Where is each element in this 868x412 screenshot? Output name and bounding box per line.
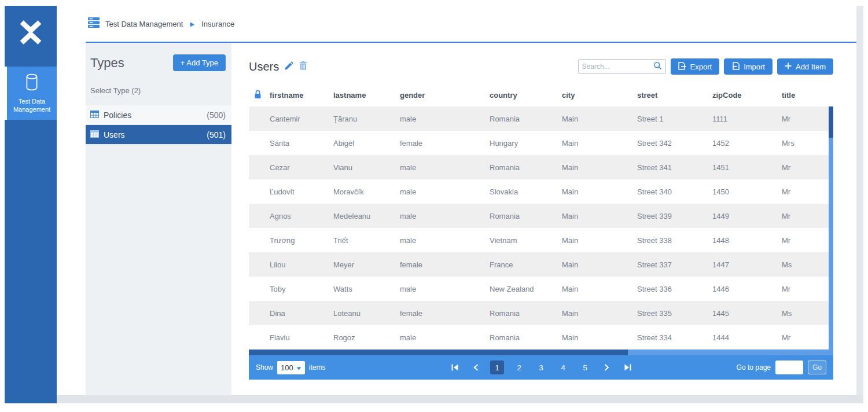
table-row[interactable]: ĽudovítMoravčíkmaleSlovakiaMainStreet 34…	[249, 179, 833, 204]
page-number[interactable]: 3	[534, 360, 548, 374]
horizontal-scrollbar-thumb[interactable]	[249, 350, 628, 355]
list-icon	[88, 17, 100, 30]
types-panel: Types + Add Type Select Type (2)	[86, 43, 231, 395]
table-cell: Street 339	[637, 212, 712, 220]
table-cell: female	[400, 260, 490, 269]
trash-icon[interactable]	[299, 61, 307, 72]
table-row[interactable]: DinaLoteanufemaleRomaniaMainStreet 33514…	[249, 301, 833, 325]
table-cell: 1450	[712, 187, 782, 196]
goto-page-input[interactable]	[775, 360, 803, 374]
type-row-users[interactable]: Users (501)	[86, 125, 231, 145]
app-sidebar: Test Data Management	[5, 6, 57, 403]
table-cell: France	[490, 260, 562, 269]
next-page-icon[interactable]	[600, 361, 613, 374]
prev-page-icon[interactable]	[469, 361, 482, 374]
search-input[interactable]	[582, 62, 653, 71]
column-header[interactable]: country	[490, 91, 562, 100]
column-header[interactable]: zipCode	[712, 91, 782, 100]
items-label: items	[309, 363, 326, 371]
type-name: Policies	[104, 111, 131, 120]
table-cell: Cantemir	[270, 115, 333, 123]
table-cell: 1448	[712, 236, 782, 245]
table-cell: Watts	[333, 285, 400, 293]
column-header[interactable]: street	[637, 91, 712, 100]
table-row[interactable]: LilouMeyerfemaleFranceMainStreet 3371447…	[249, 252, 833, 277]
app-window: Test Data Management Test Data Managemen…	[5, 6, 863, 403]
table-cell: Street 1	[637, 115, 712, 123]
main-panel: Users	[231, 43, 863, 395]
page-number[interactable]: 4	[556, 360, 570, 374]
content-area: Test Data Management ▶ Insurance Types +…	[57, 6, 863, 403]
table-row[interactable]: TobyWattsmaleNew ZealandMainStreet 33614…	[249, 277, 833, 301]
add-item-button[interactable]: Add Item	[777, 58, 833, 75]
table-cell: Street 334	[637, 333, 712, 342]
page-number[interactable]: 5	[578, 360, 592, 374]
table-row[interactable]: TrươngTriếtmaleVietnamMainStreet 3381448…	[249, 228, 833, 252]
table-cell: Romania	[490, 333, 562, 342]
add-type-button[interactable]: + Add Type	[173, 54, 226, 71]
table-cell: 1447	[712, 260, 782, 269]
table-cell: male	[400, 187, 490, 196]
table-cell: Toby	[270, 285, 333, 293]
table-cell: male	[400, 212, 490, 220]
import-label: Import	[744, 62, 765, 71]
go-button[interactable]: Go	[808, 360, 826, 374]
column-header[interactable]: firstname	[270, 91, 333, 100]
table-cell: Lilou	[270, 260, 333, 269]
table-cell: Main	[562, 309, 637, 318]
breadcrumb: Test Data Management ▶ Insurance	[57, 6, 863, 42]
table-cell: Mr	[782, 236, 833, 245]
table-cell: Medeleanu	[333, 212, 400, 220]
vertical-scrollbar-thumb[interactable]	[829, 106, 833, 138]
pencil-icon[interactable]	[284, 61, 294, 73]
table-cell: Street 335	[637, 309, 712, 318]
import-button[interactable]: Import	[724, 58, 773, 75]
table-row[interactable]: AgnosMedeleanumaleRomaniaMainStreet 3391…	[249, 204, 833, 228]
table-row[interactable]: CantemirȚăranumaleRomaniaMainStreet 1111…	[249, 106, 833, 131]
import-icon	[731, 62, 740, 72]
table-cell: Romania	[490, 309, 562, 318]
page-number[interactable]: 2	[512, 360, 526, 374]
column-header[interactable]: lastname	[333, 91, 400, 100]
horizontal-scrollbar-track[interactable]	[628, 350, 833, 355]
table-cell: Ms	[782, 260, 833, 269]
table-cell: Romania	[490, 163, 562, 172]
table-body: CantemirȚăranumaleRomaniaMainStreet 1111…	[249, 106, 833, 350]
vertical-scrollbar[interactable]	[829, 106, 833, 350]
column-header[interactable]: title	[782, 91, 833, 100]
sidebar-item-label: Test Data Management	[11, 97, 53, 113]
table-cell: 1452	[712, 139, 782, 148]
column-header[interactable]: city	[562, 91, 637, 100]
types-panel-title: Types	[90, 56, 124, 71]
table-icon	[90, 130, 99, 139]
plus-icon	[785, 62, 792, 71]
table-cell: Hungary	[490, 139, 562, 148]
export-button[interactable]: Export	[671, 58, 720, 75]
type-row-policies[interactable]: Policies (500)	[86, 105, 231, 125]
table-cell: male	[400, 163, 490, 172]
sidebar-item-test-data-management[interactable]: Test Data Management	[5, 67, 57, 120]
table-row[interactable]: FlaviuRogozmaleRomaniaMainStreet 3341444…	[249, 325, 833, 350]
horizontal-scrollbar[interactable]	[249, 350, 833, 355]
table-cell: 1446	[712, 285, 782, 293]
breadcrumb-root[interactable]: Test Data Management	[105, 20, 183, 28]
search-icon[interactable]	[653, 61, 662, 72]
breadcrumb-current[interactable]: Insurance	[201, 20, 234, 28]
page-scrollbar[interactable]	[856, 6, 863, 395]
page-size-select[interactable]: 100	[277, 361, 305, 374]
table-cell: Ľudovít	[270, 187, 333, 196]
last-page-icon[interactable]	[621, 361, 634, 374]
table-cell: Vietnam	[490, 236, 562, 245]
export-icon	[678, 62, 686, 72]
table-cell: Street 342	[637, 139, 712, 148]
first-page-icon[interactable]	[448, 361, 461, 374]
column-header[interactable]: gender	[400, 91, 490, 100]
table-row[interactable]: CezarVianumaleRomaniaMainStreet 3411451M…	[249, 155, 833, 179]
page-number[interactable]: 1	[490, 360, 504, 374]
toolbar: Users	[249, 57, 833, 76]
table-row[interactable]: SántaAbigélfemaleHungaryMainStreet 34214…	[249, 131, 833, 155]
breadcrumb-arrow-icon: ▶	[189, 21, 196, 27]
table-cell: Sánta	[270, 139, 333, 148]
table-cell: Main	[562, 115, 637, 123]
table-cell: Rogoz	[333, 333, 400, 342]
